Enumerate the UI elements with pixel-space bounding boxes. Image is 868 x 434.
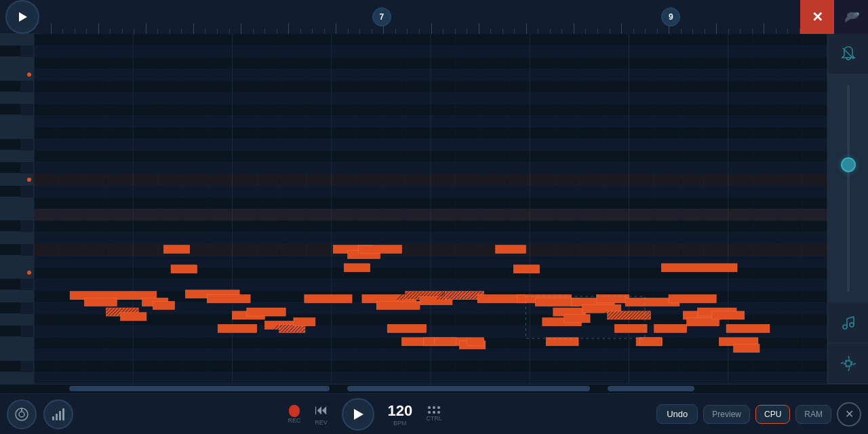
volume-slider-thumb[interactable] — [841, 157, 856, 172]
bird-button[interactable] — [834, 0, 868, 34]
transport-controls: REC ⏮ REV 120 BPM — [80, 398, 650, 431]
piano-key-19[interactable] — [0, 256, 33, 267]
preview-button[interactable]: Preview — [703, 405, 750, 424]
bottom-right-controls: Undo Preview CPU RAM ✕ — [656, 402, 861, 427]
rewind-button[interactable]: ⏮ REV — [315, 402, 328, 426]
record-button[interactable]: REC — [288, 405, 300, 424]
piano-key-2[interactable] — [0, 57, 33, 68]
svg-point-5 — [843, 325, 847, 329]
piano-key-24[interactable] — [0, 314, 33, 326]
piano-key-13[interactable] — [0, 186, 20, 197]
notification-button[interactable] — [828, 34, 869, 75]
piano-roll — [0, 34, 34, 384]
piano-key-15[interactable] — [0, 209, 33, 220]
svg-line-9 — [847, 317, 854, 319]
piano-key-17[interactable] — [0, 232, 33, 243]
play-main-button[interactable] — [342, 398, 374, 431]
cpu-button[interactable]: CPU — [755, 405, 790, 424]
piano-key-25[interactable] — [0, 326, 20, 337]
piano-key-29[interactable] — [0, 372, 33, 384]
piano-key-26[interactable] — [0, 337, 33, 349]
svg-rect-16 — [56, 414, 58, 420]
play-button[interactable] — [5, 0, 39, 34]
svg-point-10 — [846, 361, 851, 366]
piano-key-7[interactable] — [0, 115, 33, 127]
piano-key-22[interactable] — [0, 290, 33, 302]
piano-key-11[interactable] — [0, 162, 20, 174]
bottom-bar: REC ⏮ REV 120 BPM — [0, 393, 868, 434]
piano-key-0[interactable] — [0, 34, 33, 45]
piano-key-5[interactable] — [0, 92, 33, 104]
top-bar: 7 9 ✕ — [0, 0, 868, 34]
piano-key-6[interactable] — [0, 104, 20, 115]
piano-key-4[interactable] — [0, 81, 20, 92]
marker-7: 7 — [372, 0, 391, 34]
ram-button[interactable]: RAM — [795, 405, 831, 424]
knobs-button[interactable] — [7, 399, 37, 429]
note-canvas[interactable] — [34, 34, 827, 384]
close-button-bottom[interactable]: ✕ — [837, 402, 861, 427]
svg-rect-15 — [52, 416, 54, 420]
volume-slider-container: ❮ — [828, 75, 869, 302]
piano-key-10[interactable] — [0, 151, 33, 162]
piano-key-12[interactable] — [0, 174, 33, 185]
svg-marker-0 — [19, 12, 27, 22]
piano-key-20[interactable] — [0, 267, 33, 279]
piano-key-9[interactable] — [0, 139, 20, 151]
scroll-thumb-extra[interactable] — [608, 386, 694, 391]
bpm-display: 120 BPM — [388, 402, 413, 427]
ctrl-button[interactable]: CTRL — [426, 406, 442, 422]
volume-slider-track[interactable] — [847, 85, 850, 292]
piano-key-16[interactable] — [0, 220, 20, 232]
horizontal-scrollbar[interactable] — [0, 384, 868, 393]
svg-point-6 — [850, 323, 854, 327]
marker-9: 9 — [661, 0, 680, 34]
svg-point-13 — [19, 412, 24, 417]
piano-key-21[interactable] — [0, 279, 20, 290]
right-sidebar: ❮ — [827, 34, 868, 384]
piano-key-23[interactable] — [0, 302, 20, 314]
timeline-ruler[interactable]: 7 9 — [39, 0, 800, 34]
settings-button[interactable] — [828, 343, 869, 384]
piano-key-27[interactable] — [0, 349, 33, 360]
scroll-thumb-right[interactable] — [347, 386, 590, 391]
piano-key-3[interactable] — [0, 69, 33, 81]
piano-key-1[interactable] — [0, 45, 20, 57]
close-button-top[interactable]: ✕ — [800, 0, 834, 34]
svg-rect-18 — [62, 408, 64, 420]
marker-7-circle: 7 — [372, 7, 391, 26]
svg-marker-19 — [354, 409, 363, 420]
marker-9-circle: 9 — [661, 7, 680, 26]
piano-key-18[interactable] — [0, 244, 20, 256]
music-notes-button[interactable] — [828, 302, 869, 343]
undo-button[interactable]: Undo — [656, 404, 698, 424]
svg-point-3 — [857, 12, 859, 14]
middle-section: ❮ — [0, 34, 868, 384]
scroll-thumb-left[interactable] — [69, 386, 330, 391]
piano-key-28[interactable] — [0, 361, 20, 372]
piano-key-8[interactable] — [0, 127, 33, 139]
grid-area[interactable] — [34, 34, 827, 384]
piano-key-14[interactable] — [0, 197, 33, 209]
svg-rect-17 — [59, 411, 61, 420]
bars-button[interactable] — [43, 399, 73, 429]
